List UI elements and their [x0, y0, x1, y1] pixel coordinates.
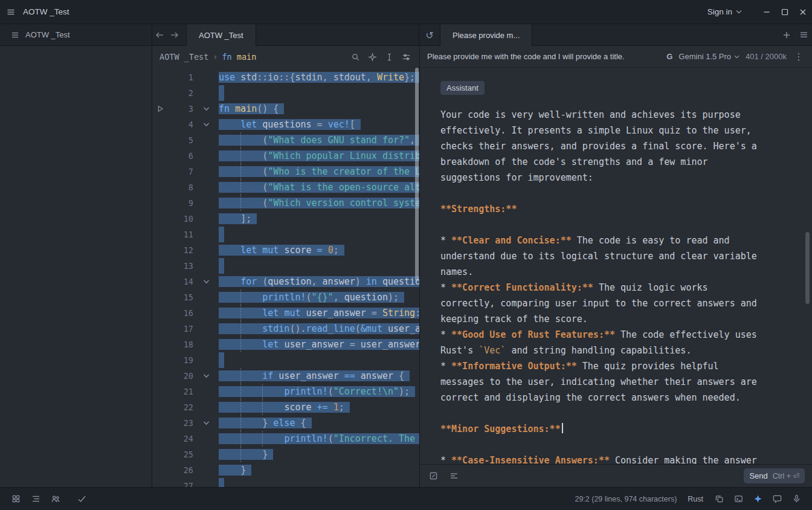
- code-line[interactable]: 21 println!("Correct!\n");: [152, 384, 419, 399]
- fold-chevron-icon[interactable]: [193, 117, 219, 132]
- breadcrumb[interactable]: AOTW _Test › fn main: [160, 52, 256, 62]
- code-line-text: for (question, answer) in questions {: [219, 274, 419, 289]
- assistant-text-block: **Minor Suggestions:**: [440, 421, 765, 437]
- minimize-button[interactable]: [758, 0, 776, 24]
- tab-label: Please provide m...: [453, 31, 520, 40]
- code-line[interactable]: 25 }: [152, 447, 419, 462]
- assistant-scrollbar[interactable]: [805, 232, 810, 304]
- code-line[interactable]: 13: [152, 258, 419, 274]
- code-line[interactable]: 18 let user_answer = user_answer.trim();: [152, 337, 419, 352]
- panel-menu-icon[interactable]: [795, 24, 812, 46]
- selection-highlight: use std::io::{stdin, stdout, Write};: [219, 72, 419, 83]
- collab-panel-icon[interactable]: [48, 491, 63, 507]
- code-line[interactable]: 2: [152, 85, 419, 101]
- project-menu-icon: [11, 31, 19, 39]
- run-gutter: [152, 447, 168, 462]
- code-line[interactable]: 7 ("Who is the creator of the Linux kern…: [152, 164, 419, 179]
- title-bar: AOTW _Test Sign in: [0, 0, 812, 24]
- editor-pane[interactable]: AOTW _Test › fn main 1use std::io::{stdi…: [152, 46, 419, 487]
- kebab-menu-icon[interactable]: ⋮: [793, 51, 805, 62]
- assistant-message: Your code is very well-written and achie…: [440, 107, 765, 464]
- assistant-text-block: * **Informative Output:** The quiz provi…: [440, 358, 765, 405]
- selection-highlight: ("Which version control system is widely…: [219, 198, 419, 208]
- fold-chevron-icon[interactable]: [193, 274, 219, 289]
- selection-highlight: [219, 352, 224, 368]
- text-cursor-icon[interactable]: [382, 48, 396, 65]
- fold-chevron-icon[interactable]: [193, 368, 219, 384]
- assistant-conversation[interactable]: Assistant Your code is very well-written…: [420, 68, 812, 464]
- tab-editor-file[interactable]: AOTW _Test: [186, 24, 256, 46]
- indent-guide: [240, 179, 241, 195]
- copilot-icon[interactable]: [712, 491, 726, 507]
- cursor-position[interactable]: 29:2 (29 lines, 974 characters): [575, 495, 677, 503]
- chat-panel-icon[interactable]: [770, 491, 784, 507]
- code-editor[interactable]: 1use std::io::{stdin, stdout, Write};23f…: [152, 68, 419, 487]
- code-line[interactable]: 5 ("What does GNU stand for?", "GNU's No…: [152, 132, 419, 148]
- code-line[interactable]: 23 } else {: [152, 415, 419, 431]
- indent-guide: [240, 148, 241, 164]
- context-list-icon[interactable]: [448, 465, 460, 487]
- nav-back-button[interactable]: [152, 24, 167, 46]
- fold-chevron-icon[interactable]: [193, 415, 219, 431]
- code-line[interactable]: 10 ];: [152, 211, 419, 227]
- fold-gutter: [193, 447, 219, 462]
- language-selector[interactable]: Rust: [688, 495, 703, 503]
- assistant-panel-icon[interactable]: [750, 491, 765, 507]
- close-button[interactable]: [794, 0, 812, 24]
- code-line[interactable]: 3fn main() {: [152, 101, 419, 117]
- assistant-role-badge[interactable]: Assistant: [440, 81, 485, 95]
- search-icon[interactable]: [348, 48, 362, 65]
- fold-chevron-icon[interactable]: [193, 101, 219, 117]
- quote-selection-icon[interactable]: [427, 465, 439, 487]
- indent-guide: [240, 384, 241, 399]
- code-line-text: let mut score = 0;: [219, 242, 419, 258]
- line-number: 9: [168, 195, 193, 211]
- new-context-plus-icon[interactable]: [778, 24, 795, 46]
- code-line-text: println!("Correct!\n");: [219, 384, 419, 399]
- send-button[interactable]: Send Ctrl + ⏎: [744, 468, 805, 483]
- terminal-panel-icon[interactable]: [731, 491, 746, 507]
- code-line[interactable]: 8 ("What is the open-source alternative …: [152, 179, 419, 195]
- line-number: 3: [168, 101, 193, 117]
- code-line[interactable]: 22 score += 1;: [152, 399, 419, 415]
- tab-assistant-context[interactable]: Please provide m...: [440, 24, 532, 46]
- sign-in-button[interactable]: Sign in: [707, 7, 742, 16]
- code-line[interactable]: 11: [152, 227, 419, 242]
- project-panel-icon[interactable]: [8, 491, 23, 507]
- code-line[interactable]: 6 ("Which popular Linux distribution is …: [152, 148, 419, 164]
- app-menu-button[interactable]: [0, 0, 22, 24]
- maximize-button[interactable]: [776, 0, 794, 24]
- inline-assist-icon[interactable]: [365, 48, 379, 65]
- code-line[interactable]: 9 ("Which version control system is wide…: [152, 195, 419, 211]
- code-line-text: ("What does GNU stand for?", "GNU's Not …: [219, 132, 419, 148]
- nav-forward-button[interactable]: [167, 24, 181, 46]
- diagnostics-check-icon[interactable]: [74, 491, 89, 507]
- project-panel[interactable]: [0, 46, 152, 487]
- fold-gutter: [193, 179, 219, 195]
- code-line[interactable]: 17 stdin().read_line(&mut user_answer).e…: [152, 321, 419, 337]
- code-line[interactable]: 26 }: [152, 462, 419, 478]
- editor-controls-icon[interactable]: [399, 48, 413, 65]
- code-line[interactable]: 24 println!("Incorrect. The correct answ…: [152, 431, 419, 447]
- run-button-icon[interactable]: [152, 101, 168, 117]
- code-line[interactable]: 4 let questions = vec![: [152, 117, 419, 132]
- assistant-text-block: **Strengths:**: [440, 201, 765, 217]
- editor-scrollbar[interactable]: [415, 68, 419, 281]
- model-name: Gemini 1.5 Pro: [678, 52, 731, 61]
- model-selector[interactable]: Gemini 1.5 Pro: [678, 52, 740, 61]
- code-line[interactable]: 12 let mut score = 0;: [152, 242, 419, 258]
- history-icon[interactable]: ↺: [419, 24, 440, 46]
- code-line[interactable]: 1use std::io::{stdin, stdout, Write};: [152, 69, 419, 85]
- code-line[interactable]: 15 println!("{}", question);: [152, 289, 419, 305]
- code-line[interactable]: 27: [152, 478, 419, 487]
- tab-label: AOTW _Test: [199, 31, 243, 40]
- project-panel-header[interactable]: AOTW _Test: [0, 24, 152, 46]
- code-line[interactable]: 19: [152, 352, 419, 368]
- line-number: 20: [168, 368, 193, 384]
- selection-highlight: [219, 227, 224, 242]
- code-line[interactable]: 16 let mut user_answer = String::new();: [152, 305, 419, 321]
- mic-icon[interactable]: [789, 491, 804, 507]
- code-line[interactable]: 14 for (question, answer) in questions {: [152, 274, 419, 289]
- code-line[interactable]: 20 if user_answer == answer {: [152, 368, 419, 384]
- outline-panel-icon[interactable]: [28, 491, 43, 507]
